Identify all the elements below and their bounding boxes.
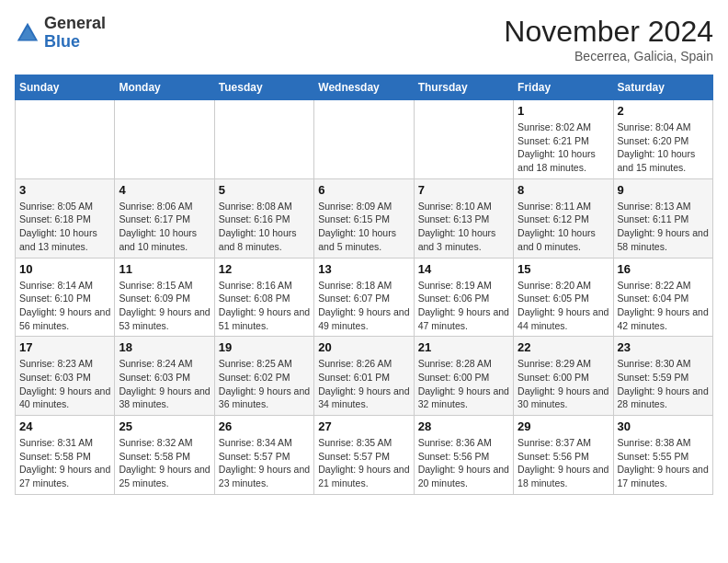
calendar-cell [16, 100, 115, 179]
calendar-cell: 17Sunrise: 8:23 AMSunset: 6:03 PMDayligh… [16, 337, 115, 416]
weekday-header-saturday: Saturday [613, 75, 712, 100]
calendar-cell: 28Sunrise: 8:36 AMSunset: 5:56 PMDayligh… [414, 416, 513, 495]
day-number: 28 [418, 419, 509, 433]
day-number: 16 [618, 262, 709, 276]
day-info: Sunrise: 8:32 AMSunset: 5:58 PMDaylight:… [119, 436, 210, 490]
day-number: 15 [518, 262, 609, 276]
day-number: 26 [219, 419, 310, 433]
calendar-cell: 12Sunrise: 8:16 AMSunset: 6:08 PMDayligh… [214, 258, 313, 337]
day-info: Sunrise: 8:22 AMSunset: 6:04 PMDaylight:… [618, 279, 709, 333]
calendar-cell: 15Sunrise: 8:20 AMSunset: 6:05 PMDayligh… [514, 258, 613, 337]
day-number: 2 [618, 104, 709, 118]
calendar-cell: 24Sunrise: 8:31 AMSunset: 5:58 PMDayligh… [16, 416, 115, 495]
weekday-header-thursday: Thursday [414, 75, 513, 100]
day-info: Sunrise: 8:34 AMSunset: 5:57 PMDaylight:… [219, 436, 310, 490]
day-number: 20 [318, 340, 409, 354]
page-header: General Blue November 2024 Becerrea, Gal… [15, 15, 713, 63]
calendar-week-1: 1Sunrise: 8:02 AMSunset: 6:21 PMDaylight… [16, 100, 713, 179]
day-number: 7 [418, 183, 509, 197]
day-number: 3 [19, 183, 110, 197]
logo: General Blue [15, 15, 106, 52]
day-number: 10 [19, 262, 110, 276]
day-info: Sunrise: 8:31 AMSunset: 5:58 PMDaylight:… [19, 436, 110, 490]
calendar-cell: 25Sunrise: 8:32 AMSunset: 5:58 PMDayligh… [115, 416, 214, 495]
calendar-cell: 5Sunrise: 8:08 AMSunset: 6:16 PMDaylight… [214, 178, 313, 258]
calendar-week-4: 17Sunrise: 8:23 AMSunset: 6:03 PMDayligh… [16, 337, 713, 416]
day-number: 19 [219, 340, 310, 354]
calendar-cell: 7Sunrise: 8:10 AMSunset: 6:13 PMDaylight… [414, 178, 513, 258]
weekday-header-sunday: Sunday [16, 75, 115, 100]
day-number: 4 [119, 183, 210, 197]
day-number: 30 [618, 419, 709, 433]
calendar-cell: 23Sunrise: 8:30 AMSunset: 5:59 PMDayligh… [613, 337, 712, 416]
day-info: Sunrise: 8:19 AMSunset: 6:06 PMDaylight:… [418, 279, 509, 333]
day-number: 1 [518, 104, 609, 118]
calendar-cell: 3Sunrise: 8:05 AMSunset: 6:18 PMDaylight… [16, 178, 115, 258]
logo-general: General [44, 14, 106, 32]
calendar-cell: 9Sunrise: 8:13 AMSunset: 6:11 PMDaylight… [613, 178, 712, 258]
day-number: 8 [518, 183, 609, 197]
day-info: Sunrise: 8:15 AMSunset: 6:09 PMDaylight:… [119, 279, 210, 333]
calendar-table: SundayMondayTuesdayWednesdayThursdayFrid… [15, 75, 713, 495]
calendar-cell: 29Sunrise: 8:37 AMSunset: 5:56 PMDayligh… [514, 416, 613, 495]
day-number: 23 [618, 340, 709, 354]
calendar-cell: 20Sunrise: 8:26 AMSunset: 6:01 PMDayligh… [314, 337, 414, 416]
day-number: 22 [518, 340, 609, 354]
weekday-header-row: SundayMondayTuesdayWednesdayThursdayFrid… [16, 75, 713, 100]
day-number: 6 [318, 183, 409, 197]
calendar-cell: 30Sunrise: 8:38 AMSunset: 5:55 PMDayligh… [613, 416, 712, 495]
day-info: Sunrise: 8:11 AMSunset: 6:12 PMDaylight:… [518, 200, 609, 254]
title-block: November 2024 Becerrea, Galicia, Spain [504, 15, 713, 63]
location: Becerrea, Galicia, Spain [504, 49, 713, 63]
day-info: Sunrise: 8:02 AMSunset: 6:21 PMDaylight:… [518, 121, 609, 175]
day-number: 18 [119, 340, 210, 354]
day-info: Sunrise: 8:13 AMSunset: 6:11 PMDaylight:… [618, 200, 709, 254]
day-info: Sunrise: 8:30 AMSunset: 5:59 PMDaylight:… [618, 357, 709, 411]
calendar-cell: 22Sunrise: 8:29 AMSunset: 6:00 PMDayligh… [514, 337, 613, 416]
day-number: 5 [219, 183, 310, 197]
calendar-cell [214, 100, 313, 179]
day-info: Sunrise: 8:14 AMSunset: 6:10 PMDaylight:… [19, 279, 110, 333]
calendar-cell: 18Sunrise: 8:24 AMSunset: 6:03 PMDayligh… [115, 337, 214, 416]
day-number: 25 [119, 419, 210, 433]
calendar-cell: 21Sunrise: 8:28 AMSunset: 6:00 PMDayligh… [414, 337, 513, 416]
calendar-cell: 19Sunrise: 8:25 AMSunset: 6:02 PMDayligh… [214, 337, 313, 416]
weekday-header-friday: Friday [514, 75, 613, 100]
calendar-cell: 1Sunrise: 8:02 AMSunset: 6:21 PMDaylight… [514, 100, 613, 179]
day-info: Sunrise: 8:25 AMSunset: 6:02 PMDaylight:… [219, 357, 310, 411]
day-info: Sunrise: 8:18 AMSunset: 6:07 PMDaylight:… [318, 279, 409, 333]
calendar-week-2: 3Sunrise: 8:05 AMSunset: 6:18 PMDaylight… [16, 178, 713, 258]
day-info: Sunrise: 8:36 AMSunset: 5:56 PMDaylight:… [418, 436, 509, 490]
day-info: Sunrise: 8:29 AMSunset: 6:00 PMDaylight:… [518, 357, 609, 411]
calendar-cell: 13Sunrise: 8:18 AMSunset: 6:07 PMDayligh… [314, 258, 414, 337]
day-info: Sunrise: 8:35 AMSunset: 5:57 PMDaylight:… [318, 436, 409, 490]
day-info: Sunrise: 8:28 AMSunset: 6:00 PMDaylight:… [418, 357, 509, 411]
day-number: 17 [19, 340, 110, 354]
day-number: 9 [618, 183, 709, 197]
month-title: November 2024 [504, 15, 713, 49]
day-info: Sunrise: 8:05 AMSunset: 6:18 PMDaylight:… [19, 200, 110, 254]
day-info: Sunrise: 8:23 AMSunset: 6:03 PMDaylight:… [19, 357, 110, 411]
day-number: 29 [518, 419, 609, 433]
calendar-cell: 6Sunrise: 8:09 AMSunset: 6:15 PMDaylight… [314, 178, 414, 258]
day-info: Sunrise: 8:37 AMSunset: 5:56 PMDaylight:… [518, 436, 609, 490]
logo-icon [15, 20, 40, 46]
day-info: Sunrise: 8:09 AMSunset: 6:15 PMDaylight:… [318, 200, 409, 254]
calendar-cell: 11Sunrise: 8:15 AMSunset: 6:09 PMDayligh… [115, 258, 214, 337]
day-number: 12 [219, 262, 310, 276]
day-number: 27 [318, 419, 409, 433]
calendar-cell: 26Sunrise: 8:34 AMSunset: 5:57 PMDayligh… [214, 416, 313, 495]
day-info: Sunrise: 8:20 AMSunset: 6:05 PMDaylight:… [518, 279, 609, 333]
day-info: Sunrise: 8:24 AMSunset: 6:03 PMDaylight:… [119, 357, 210, 411]
calendar-cell [314, 100, 414, 179]
weekday-header-wednesday: Wednesday [314, 75, 414, 100]
calendar-week-5: 24Sunrise: 8:31 AMSunset: 5:58 PMDayligh… [16, 416, 713, 495]
day-info: Sunrise: 8:26 AMSunset: 6:01 PMDaylight:… [318, 357, 409, 411]
calendar-cell: 10Sunrise: 8:14 AMSunset: 6:10 PMDayligh… [16, 258, 115, 337]
calendar-cell [414, 100, 513, 179]
calendar-body: 1Sunrise: 8:02 AMSunset: 6:21 PMDaylight… [16, 100, 713, 495]
day-number: 21 [418, 340, 509, 354]
day-info: Sunrise: 8:38 AMSunset: 5:55 PMDaylight:… [618, 436, 709, 490]
day-info: Sunrise: 8:06 AMSunset: 6:17 PMDaylight:… [119, 200, 210, 254]
day-info: Sunrise: 8:10 AMSunset: 6:13 PMDaylight:… [418, 200, 509, 254]
